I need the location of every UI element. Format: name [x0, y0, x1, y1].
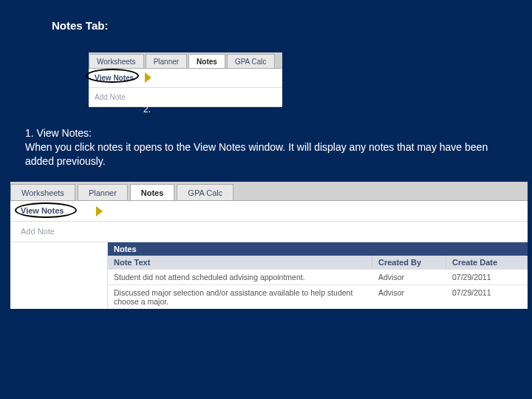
tab-notes[interactable]: Notes	[188, 54, 225, 68]
subnav-view-notes[interactable]: View Notes	[89, 74, 134, 82]
subnav-view-notes-row-wide: View Notes	[10, 201, 528, 222]
tab-planner-wide[interactable]: Planner	[78, 184, 128, 200]
col-create-date: Create Date	[446, 256, 528, 269]
table-row: Student did not attend scheduled advisin…	[108, 269, 528, 284]
notes-content-area: Notes Note Text Created By Create Date S…	[10, 242, 528, 309]
cell-created-by: Advisor	[372, 285, 446, 309]
chevron-right-icon	[96, 206, 103, 216]
subnav-add-note-row: Add Note	[89, 88, 282, 107]
col-created-by: Created By	[372, 256, 446, 269]
section-heading: 1. View Notes:	[25, 127, 92, 139]
table-row: Discussed major selection and/or assista…	[108, 284, 528, 309]
subnav-add-note[interactable]: Add Note	[89, 93, 126, 101]
cell-create-date: 07/29/2011	[446, 270, 528, 284]
section-body: When you click notes it opens to the Vie…	[25, 141, 488, 167]
subnav-add-note-row-wide: Add Note	[10, 222, 528, 242]
tab-bar-small: Worksheets Planner Notes GPA Calc	[89, 52, 282, 69]
tab-gpa-calc[interactable]: GPA Calc	[227, 54, 275, 68]
chevron-right-icon	[145, 72, 151, 83]
cell-create-date: 07/29/2011	[446, 285, 528, 309]
col-note-text: Note Text	[108, 256, 372, 269]
tab-planner[interactable]: Planner	[146, 54, 187, 68]
tab-notes-wide[interactable]: Notes	[130, 184, 175, 200]
cell-note-text: Student did not attend scheduled advisin…	[108, 270, 372, 284]
section-description: 1. View Notes: When you click notes it o…	[25, 126, 498, 168]
subnav-add-note-wide[interactable]: Add Note	[10, 227, 55, 236]
cell-created-by: Advisor	[372, 270, 446, 284]
tab-gpa-calc-wide[interactable]: GPA Calc	[177, 184, 233, 200]
notes-table-title: Notes	[108, 242, 528, 256]
subnav-view-notes-wide[interactable]: View Notes	[10, 206, 64, 215]
left-gutter	[10, 242, 108, 309]
tab-worksheets[interactable]: Worksheets	[89, 54, 144, 68]
notes-tab-snippet: Worksheets Planner Notes GPA Calc View N…	[89, 52, 282, 107]
cell-note-text: Discussed major selection and/or assista…	[108, 285, 372, 309]
subnav-view-notes-row: View Notes	[89, 69, 282, 88]
notes-table-header: Note Text Created By Create Date	[108, 256, 528, 269]
tab-worksheets-wide[interactable]: Worksheets	[10, 184, 75, 200]
tab-bar-wide: Worksheets Planner Notes GPA Calc	[10, 182, 528, 201]
notes-window: Worksheets Planner Notes GPA Calc View N…	[10, 182, 528, 309]
page-title: Notes Tab:	[52, 19, 507, 32]
notes-table: Notes Note Text Created By Create Date S…	[108, 242, 528, 309]
